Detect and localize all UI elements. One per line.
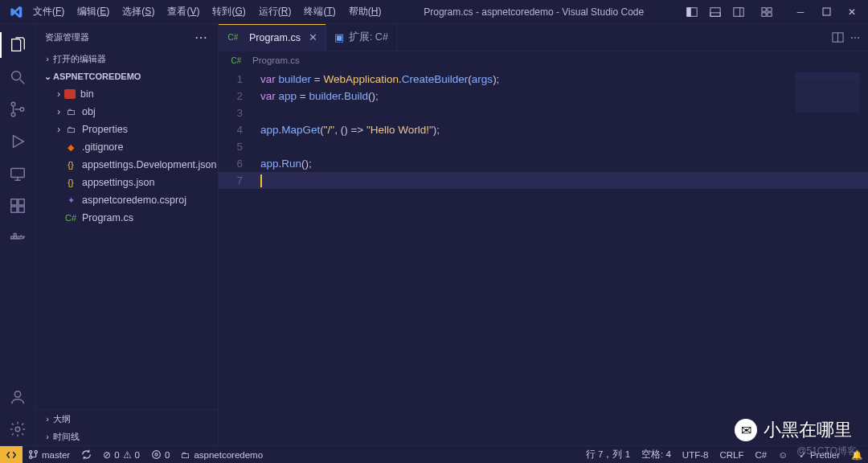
editor-more-icon[interactable]: ⋯ bbox=[850, 32, 860, 43]
tree-file-appsettings-dev[interactable]: {}appsettings.Development.json bbox=[35, 156, 218, 174]
activity-extensions[interactable] bbox=[0, 190, 35, 222]
menu-view[interactable]: 查看(V) bbox=[162, 2, 205, 22]
code-content: var builder = WebApplication.CreateBuild… bbox=[260, 71, 780, 189]
status-cursor-pos[interactable]: 行 7，列 1 bbox=[580, 446, 636, 463]
status-eol[interactable]: CRLF bbox=[714, 446, 749, 463]
status-bar: master ⊘0 ⚠0 0 🗀aspnetcoredemo 行 7，列 1 空… bbox=[0, 445, 868, 463]
section-outline[interactable]: ›大纲 bbox=[35, 410, 218, 428]
svg-rect-9 bbox=[768, 12, 772, 15]
svg-point-29 bbox=[15, 427, 20, 432]
tab-extension-csharp[interactable]: ▣ 扩展: C# bbox=[326, 24, 397, 51]
status-sync[interactable] bbox=[76, 446, 97, 463]
svg-point-34 bbox=[35, 451, 37, 453]
menu-edit[interactable]: 编辑(E) bbox=[72, 2, 115, 22]
toggle-panel-bottom-icon[interactable] bbox=[704, 2, 727, 22]
status-feedback[interactable]: ☺ bbox=[772, 446, 793, 463]
json-icon: {} bbox=[64, 158, 77, 171]
svg-rect-23 bbox=[18, 199, 23, 205]
status-ports[interactable]: 0 bbox=[145, 446, 175, 463]
window-maximize-button[interactable] bbox=[815, 2, 837, 22]
tab-label: Program.cs bbox=[249, 32, 301, 43]
section-open-editors[interactable]: ›打开的编辑器 bbox=[35, 50, 218, 68]
svg-point-32 bbox=[30, 451, 32, 453]
tree-file-gitignore[interactable]: ◆.gitignore bbox=[35, 138, 218, 156]
status-notifications[interactable]: 🔔 bbox=[845, 446, 868, 463]
sidebar-more-icon[interactable]: ⋯ bbox=[194, 30, 208, 45]
menu-terminal[interactable]: 终端(T) bbox=[298, 2, 341, 22]
menu-run[interactable]: 运行(R) bbox=[253, 2, 297, 22]
activity-docker[interactable] bbox=[0, 222, 35, 254]
sidebar-explorer: 资源管理器 ⋯ ›打开的编辑器 ⌄ASPNETCOREDEMO ›bin ›🗀o… bbox=[35, 24, 219, 445]
tree-file-program[interactable]: C#Program.cs bbox=[35, 209, 218, 227]
activity-settings[interactable] bbox=[0, 413, 35, 445]
activity-search[interactable] bbox=[0, 61, 35, 93]
title-bar: 文件(F) 编辑(E) 选择(S) 查看(V) 转到(G) 运行(R) 终端(T… bbox=[0, 0, 868, 24]
toggle-panel-left-icon[interactable] bbox=[681, 2, 703, 22]
svg-rect-21 bbox=[10, 207, 16, 212]
tab-program-cs[interactable]: C# Program.cs ✕ bbox=[219, 24, 326, 51]
status-folder[interactable]: 🗀aspnetcoredemo bbox=[175, 446, 268, 463]
tree-folder-bin[interactable]: ›bin bbox=[35, 85, 218, 103]
code-editor[interactable]: 1234567 var builder = WebApplication.Cre… bbox=[219, 69, 868, 445]
activity-remote[interactable] bbox=[0, 158, 35, 190]
tree-folder-properties[interactable]: ›🗀Properties bbox=[35, 121, 218, 138]
line-numbers: 1234567 bbox=[219, 69, 254, 445]
menu-help[interactable]: 帮助(H) bbox=[343, 2, 387, 22]
file-tree: ›bin ›🗀obj ›🗀Properties ◆.gitignore {}ap… bbox=[35, 85, 218, 409]
layout-controls bbox=[681, 2, 778, 22]
window-minimize-button[interactable]: ─ bbox=[789, 2, 812, 22]
svg-rect-6 bbox=[762, 7, 766, 10]
menu-file[interactable]: 文件(F) bbox=[27, 2, 70, 22]
json-icon: {} bbox=[64, 176, 77, 189]
activity-explorer[interactable] bbox=[0, 29, 35, 61]
tree-file-appsettings[interactable]: {}appsettings.json bbox=[35, 174, 218, 191]
extension-icon: ▣ bbox=[334, 31, 344, 43]
status-remote[interactable] bbox=[0, 446, 23, 463]
menu-go[interactable]: 转到(G) bbox=[207, 2, 251, 22]
breadcrumb[interactable]: C# Program.cs bbox=[219, 51, 868, 69]
svg-point-11 bbox=[11, 72, 20, 80]
editor-tabs: C# Program.cs ✕ ▣ 扩展: C# ⋯ bbox=[219, 24, 868, 51]
svg-rect-8 bbox=[762, 12, 766, 15]
window-title: Program.cs - aspnetcoredemo - Visual Stu… bbox=[387, 6, 681, 18]
svg-point-35 bbox=[153, 451, 161, 459]
activity-account[interactable] bbox=[0, 381, 35, 413]
svg-rect-4 bbox=[734, 7, 743, 16]
window-close-button[interactable]: ✕ bbox=[841, 2, 863, 22]
status-encoding[interactable]: UTF-8 bbox=[677, 446, 714, 463]
tree-folder-obj[interactable]: ›🗀obj bbox=[35, 103, 218, 121]
editor-area: C# Program.cs ✕ ▣ 扩展: C# ⋯ C# Program.cs… bbox=[219, 24, 868, 445]
status-problems[interactable]: ⊘0 ⚠0 bbox=[97, 446, 145, 463]
svg-rect-20 bbox=[10, 199, 16, 205]
git-icon: ◆ bbox=[64, 141, 77, 154]
status-branch[interactable]: master bbox=[23, 446, 76, 463]
tab-label: 扩展: C# bbox=[349, 31, 388, 44]
status-prettier[interactable]: ✓Prettier bbox=[793, 446, 845, 463]
text-cursor bbox=[260, 174, 262, 187]
svg-rect-27 bbox=[14, 234, 16, 236]
section-project[interactable]: ⌄ASPNETCOREDEMO bbox=[35, 68, 218, 85]
status-language[interactable]: C# bbox=[749, 446, 772, 463]
svg-point-14 bbox=[11, 113, 15, 117]
svg-rect-7 bbox=[768, 7, 772, 10]
folder-icon: 🗀 bbox=[64, 123, 77, 136]
activity-run-debug[interactable] bbox=[0, 125, 35, 158]
split-editor-icon[interactable] bbox=[832, 31, 844, 43]
folder-icon: 🗀 bbox=[64, 105, 77, 118]
tab-close-icon[interactable]: ✕ bbox=[309, 31, 317, 43]
svg-point-36 bbox=[155, 453, 158, 456]
section-timeline[interactable]: ›时间线 bbox=[35, 428, 218, 445]
minimap[interactable] bbox=[796, 72, 860, 113]
status-indent[interactable]: 空格: 4 bbox=[636, 446, 677, 463]
activity-bar bbox=[0, 24, 35, 445]
tree-file-csproj[interactable]: ✦aspnetcoredemo.csproj bbox=[35, 191, 218, 209]
svg-rect-3 bbox=[710, 12, 720, 15]
csharp-icon: C# bbox=[64, 211, 77, 224]
svg-point-13 bbox=[11, 102, 15, 106]
toggle-panel-right-icon[interactable] bbox=[727, 2, 750, 22]
menu-selection[interactable]: 选择(S) bbox=[117, 2, 160, 22]
customize-layout-icon[interactable] bbox=[755, 2, 778, 22]
svg-rect-17 bbox=[10, 169, 24, 178]
menu-bar: 文件(F) 编辑(E) 选择(S) 查看(V) 转到(G) 运行(R) 终端(T… bbox=[27, 2, 387, 22]
activity-source-control[interactable] bbox=[0, 93, 35, 125]
